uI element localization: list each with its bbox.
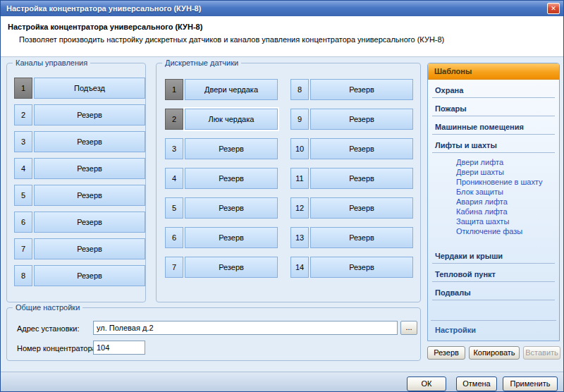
sensor-number-cell[interactable]: 11 — [290, 168, 309, 189]
channel-number-cell[interactable]: 5 — [14, 185, 32, 206]
channels-list: 1 Подъезд 2 Резерв 3 Резерв 4 Резерв 5 Р… — [14, 78, 145, 286]
sensor-number-cell[interactable]: 4 — [165, 168, 183, 189]
templates-panel-header[interactable]: Шаблоны — [428, 63, 559, 80]
ok-button[interactable]: ОК — [407, 376, 446, 391]
sensor-button[interactable]: Резерв — [310, 109, 413, 130]
sensor-number-cell[interactable]: 5 — [165, 197, 183, 219]
template-link[interactable]: Кабина лифта — [456, 207, 556, 216]
template-link[interactable]: Проникновение в шахту — [456, 178, 556, 187]
lift-template-links: Двери лифта Двери шахты Проникновение в … — [428, 153, 559, 245]
sensor-number-cell[interactable]: 12 — [290, 197, 309, 219]
close-icon[interactable]: ✕ — [547, 3, 560, 14]
channel-row: 1 Подъезд — [14, 78, 145, 99]
channel-button[interactable]: Резерв — [34, 238, 145, 259]
sensor-number-cell[interactable]: 3 — [165, 138, 183, 159]
channel-button[interactable]: Резерв — [34, 131, 145, 152]
template-link[interactable]: Отключение фазы — [456, 227, 556, 236]
dialog-title: Настройка концентратора универсального (… — [8, 23, 202, 31]
settings-section-header[interactable]: Настройки — [431, 320, 556, 341]
sensor-button[interactable]: Резерв — [185, 168, 278, 189]
sensor-number-cell[interactable]: 1 — [165, 79, 183, 100]
sensor-row: 7 Резерв — [165, 257, 278, 278]
general-group-label: Общие настройки — [13, 303, 82, 312]
template-link[interactable]: Двери лифта — [456, 158, 556, 167]
copy-button[interactable]: Копировать — [469, 346, 520, 360]
sensor-number-cell[interactable]: 6 — [165, 227, 183, 248]
channel-number-cell[interactable]: 3 — [14, 131, 32, 152]
sensor-row: 4 Резерв — [165, 168, 278, 189]
paste-button[interactable]: Вставить — [523, 346, 560, 360]
sensor-button[interactable]: Резерв — [310, 138, 413, 159]
channel-number-cell[interactable]: 6 — [14, 212, 32, 233]
template-category-heat-station[interactable]: Тепловой пункт — [432, 264, 555, 282]
sensor-button[interactable]: Резерв — [310, 257, 413, 278]
sensor-row: 12 Резерв — [290, 197, 413, 219]
channel-row: 5 Резерв — [14, 185, 145, 206]
sensor-button[interactable]: Резерв — [310, 168, 413, 189]
sensor-button[interactable]: Резерв — [310, 79, 413, 100]
template-category-okhrana[interactable]: Охрана — [432, 80, 555, 98]
sensor-row: 9 Резерв — [290, 109, 413, 130]
template-category-attics-roofs[interactable]: Чердаки и крыши — [432, 245, 555, 264]
template-link[interactable]: Авария лифта — [456, 197, 556, 207]
sensor-row: 10 Резерв — [290, 138, 413, 159]
template-link[interactable]: Двери шахты — [456, 168, 556, 177]
sensor-button[interactable]: Люк чердака — [185, 109, 278, 130]
channel-row: 2 Резерв — [14, 104, 145, 125]
general-groupbox: Общие настройки Адрес установки: ... Ном… — [6, 307, 421, 361]
channel-number-cell[interactable]: 1 — [14, 78, 32, 99]
template-category-pozhary[interactable]: Пожары — [432, 98, 555, 116]
channel-number-cell[interactable]: 2 — [14, 104, 32, 125]
sensors-list-right: 8 Резерв 9 Резерв 10 Резерв 11 Резерв 12… — [290, 79, 413, 278]
sensor-button[interactable]: Резерв — [185, 197, 278, 219]
channel-row: 6 Резерв — [14, 212, 145, 233]
titlebar: Настройка концентратора универсального (… — [1, 1, 563, 16]
sensor-number-cell[interactable]: 2 — [165, 109, 183, 130]
template-category-basements[interactable]: Подвалы — [432, 282, 555, 300]
sensor-button[interactable]: Резерв — [185, 138, 278, 159]
sensors-list-left: 1 Двери чердака 2 Люк чердака 3 Резерв 4… — [165, 79, 278, 278]
cancel-button[interactable]: Отмена — [456, 376, 497, 391]
sensor-number-cell[interactable]: 13 — [290, 227, 309, 248]
channel-button[interactable]: Резерв — [34, 265, 145, 286]
templates-panel: Шаблоны Охрана Пожары Машинные помещения… — [427, 63, 560, 341]
sensor-number-cell[interactable]: 7 — [165, 257, 183, 278]
template-category-machine-rooms[interactable]: Машинные помещения — [432, 116, 555, 135]
channel-number-cell[interactable]: 7 — [14, 238, 32, 259]
template-link[interactable]: Защита шахты — [456, 217, 556, 226]
channel-number-cell[interactable]: 4 — [14, 158, 32, 179]
channel-button[interactable]: Резерв — [34, 212, 145, 233]
sensor-button[interactable]: Резерв — [310, 197, 413, 219]
sensor-button[interactable]: Резерв — [185, 257, 278, 278]
sensor-number-cell[interactable]: 8 — [290, 79, 309, 100]
channel-number-cell[interactable]: 8 — [14, 265, 32, 286]
sensor-row: 2 Люк чердака — [165, 109, 278, 130]
channel-button[interactable]: Подъезд — [34, 78, 145, 99]
concentrator-number-input[interactable] — [93, 341, 145, 355]
sensor-row: 6 Резерв — [165, 227, 278, 248]
channel-row: 3 Резерв — [14, 131, 145, 152]
channel-button[interactable]: Резерв — [34, 158, 145, 179]
sensor-button[interactable]: Резерв — [185, 227, 278, 248]
window-title: Настройка концентратора универсального (… — [6, 4, 547, 13]
sensor-number-cell[interactable]: 14 — [290, 257, 309, 278]
channels-groupbox: Каналы управления 1 Подъезд 2 Резерв 3 Р… — [6, 63, 146, 302]
sensor-number-cell[interactable]: 10 — [290, 138, 309, 159]
address-input[interactable] — [93, 321, 398, 335]
dialog-window: Настройка концентратора универсального (… — [0, 0, 564, 392]
template-category-lifts-shafts[interactable]: Лифты и шахты — [432, 135, 555, 153]
browse-button[interactable]: ... — [400, 321, 417, 335]
channel-row: 8 Резерв — [14, 265, 145, 286]
channels-group-label: Каналы управления — [13, 59, 90, 67]
sensor-number-cell[interactable]: 9 — [290, 109, 309, 130]
channel-row: 7 Резерв — [14, 238, 145, 259]
channel-button[interactable]: Резерв — [34, 185, 145, 206]
sensors-group-label: Дискретные датчики — [162, 59, 241, 67]
template-link[interactable]: Блок защиты — [456, 188, 556, 197]
sensor-button[interactable]: Двери чердака — [185, 79, 278, 100]
channel-button[interactable]: Резерв — [34, 104, 145, 125]
sensor-button[interactable]: Резерв — [310, 227, 413, 248]
apply-button[interactable]: Применить — [503, 376, 558, 391]
address-label: Адрес установки: — [17, 324, 80, 333]
reserve-button[interactable]: Резерв — [427, 346, 465, 360]
